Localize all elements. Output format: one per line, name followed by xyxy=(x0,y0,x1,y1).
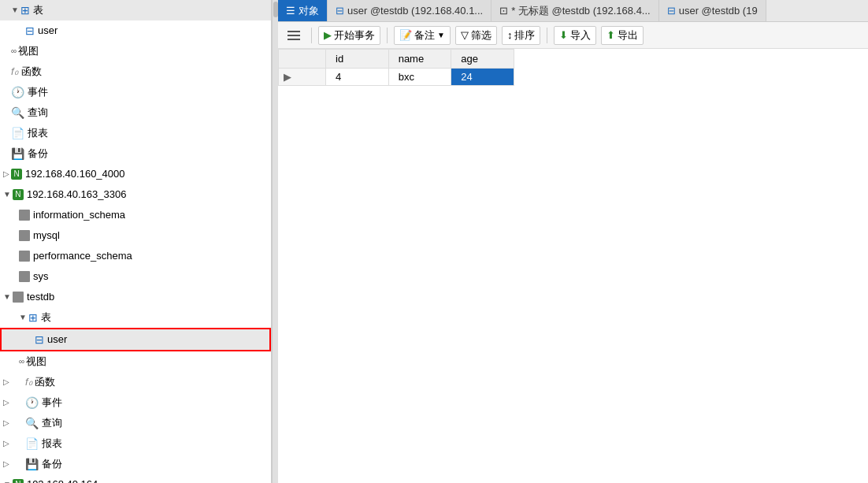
sidebar-item-label: user xyxy=(47,332,67,347)
sidebar-item-user-testdb[interactable]: ⊟ user xyxy=(0,328,271,351)
sidebar-item-func-testdb[interactable]: ▷ f₀ 函数 xyxy=(0,372,271,392)
sidebar-item-label: 备份 xyxy=(42,456,62,472)
db-icon xyxy=(19,230,30,241)
sidebar-item-backup-1[interactable]: 💾 备份 xyxy=(0,143,271,164)
sidebar-item-server-160[interactable]: ▷ N 192.168.40.160_4000 xyxy=(0,164,271,184)
chevron-down-icon: ▼ xyxy=(11,2,19,18)
sidebar-item-query-1[interactable]: 🔍 查询 xyxy=(0,102,271,123)
sidebar-item-label: mysql xyxy=(33,228,60,243)
sidebar-item-label: testdb xyxy=(27,289,54,305)
col-header-id[interactable]: id xyxy=(326,50,389,69)
sidebar-item-label: 192.168.40.164 xyxy=(27,477,98,483)
sidebar-item-label: user xyxy=(38,23,57,39)
col-header-name[interactable]: name xyxy=(388,50,451,69)
sidebar-item-db-perf[interactable]: performance_schema xyxy=(0,246,271,266)
filter-button[interactable]: ▽ 筛选 xyxy=(455,26,497,45)
begin-transaction-button[interactable]: ▶ 开始事务 xyxy=(318,26,380,45)
tab-objects[interactable]: ☰ 对象 xyxy=(278,0,328,21)
import-label: 导入 xyxy=(570,28,591,43)
list-icon: ☰ xyxy=(286,5,295,17)
func-icon: f₀ xyxy=(25,374,32,390)
sidebar-item-db-info[interactable]: information_schema xyxy=(0,205,271,225)
sidebar-item-label: 192.168.40.163_3306 xyxy=(27,187,127,202)
sidebar-item-label: 事件 xyxy=(42,395,62,411)
begin-transaction-label: 开始事务 xyxy=(334,28,375,43)
chevron-down-icon: ▼ xyxy=(19,310,27,325)
tab-label: 对象 xyxy=(299,4,319,18)
chevron-right-icon: ▷ xyxy=(3,456,9,472)
sidebar-item-label: 192.168.40.160_4000 xyxy=(25,166,125,182)
sidebar-item-label: 视图 xyxy=(18,43,39,59)
hamburger-line xyxy=(287,39,300,40)
import-button[interactable]: ⬇ 导入 xyxy=(554,26,596,45)
col-header-age[interactable]: age xyxy=(451,50,514,69)
sidebar-item-label: 报表 xyxy=(42,436,62,451)
hamburger-line xyxy=(287,31,300,32)
cell-name[interactable]: bxc xyxy=(388,69,451,86)
sort-button[interactable]: ↕ 排序 xyxy=(502,26,541,45)
comment-icon: 📝 xyxy=(399,29,412,41)
filter-label: 筛选 xyxy=(471,28,491,43)
hamburger-button[interactable] xyxy=(283,28,305,43)
table-icon: ⊟ xyxy=(667,5,676,17)
sidebar-item-query-testdb[interactable]: ▷ 🔍 查询 xyxy=(0,413,271,433)
table-icon: ⊞ xyxy=(20,2,30,18)
sidebar-scrollbar[interactable] xyxy=(272,0,278,483)
sidebar-item-table-header-1[interactable]: ▼ ⊞ 表 xyxy=(0,0,271,20)
sidebar-item-db-sys[interactable]: sys xyxy=(0,266,271,287)
cell-id[interactable]: 4 xyxy=(326,69,389,86)
sidebar-item-label: 查询 xyxy=(42,415,62,431)
comment-button[interactable]: 📝 备注 ▼ xyxy=(394,26,451,45)
backup-icon: 💾 xyxy=(25,456,39,472)
sidebar-item-label: 函数 xyxy=(35,374,55,390)
tab-user-testdb2[interactable]: ⊟ user @testdb (19 xyxy=(659,0,766,21)
db-icon xyxy=(19,210,30,221)
report-icon: 📄 xyxy=(25,436,39,451)
server-icon: N xyxy=(13,479,24,483)
backup-icon: 💾 xyxy=(11,146,24,162)
export-label: 导出 xyxy=(618,28,638,43)
sidebar-item-backup-testdb[interactable]: ▷ 💾 备份 xyxy=(0,454,271,474)
cell-age[interactable]: 24 xyxy=(451,69,514,86)
sidebar-item-label: 视图 xyxy=(26,354,46,370)
sidebar-item-func-1[interactable]: f₀ 函数 xyxy=(0,61,271,82)
sidebar-item-db-testdb[interactable]: ▼ testdb xyxy=(0,287,271,307)
sidebar-item-label: performance_schema xyxy=(33,248,132,264)
scrollbar-thumb[interactable] xyxy=(273,2,278,17)
chevron-right-icon: ▷ xyxy=(3,436,9,451)
sidebar-item-event-testdb[interactable]: ▷ 🕐 事件 xyxy=(0,392,271,413)
tab-user-testdb[interactable]: ⊟ user @testdb (192.168.40.1... xyxy=(328,0,491,21)
event-icon: 🕐 xyxy=(25,395,39,411)
sidebar-item-server-163[interactable]: ▼ N 192.168.40.163_3306 xyxy=(0,184,271,205)
import-icon: ⬇ xyxy=(559,29,568,41)
data-table: id name age ▶ 4 bxc 24 xyxy=(278,49,514,86)
row-indicator-header xyxy=(279,50,326,69)
tab-label: * 无标题 @testdb (192.168.4... xyxy=(511,4,651,18)
chevron-right-icon: ▷ xyxy=(3,374,9,390)
sidebar-item-db-mysql[interactable]: mysql xyxy=(0,225,271,246)
export-button[interactable]: ⬆ 导出 xyxy=(601,26,644,45)
sidebar-item-report-1[interactable]: 📄 报表 xyxy=(0,123,271,143)
filter-icon: ▽ xyxy=(461,29,469,41)
sidebar-item-user-1[interactable]: ⊟ user xyxy=(0,20,271,41)
table-row[interactable]: ▶ 4 bxc 24 xyxy=(279,69,514,86)
sidebar-item-view-testdb[interactable]: ∞ 视图 xyxy=(0,351,271,372)
report-icon: 📄 xyxy=(11,125,24,141)
chevron-right-icon: ∞ xyxy=(19,354,24,370)
server-icon: N xyxy=(13,189,24,200)
sidebar-item-label: 表 xyxy=(41,310,51,325)
db-icon xyxy=(13,292,24,303)
sidebar-item-label: 函数 xyxy=(21,64,42,80)
sidebar-item-table-header-testdb[interactable]: ▼ ⊞ 表 xyxy=(0,307,271,328)
sidebar-item-report-testdb[interactable]: ▷ 📄 报表 xyxy=(0,433,271,454)
chevron-right-icon: ▷ xyxy=(3,415,9,431)
comment-label: 备注 xyxy=(414,28,435,43)
tab-untitled[interactable]: ⊡ * 无标题 @testdb (192.168.4... xyxy=(491,0,659,21)
toolbar: ▶ 开始事务 📝 备注 ▼ ▽ 筛选 ↕ 排序 ⬇ 导入 ⬆ 导出 xyxy=(278,22,868,49)
sidebar-item-server-164[interactable]: ▼ N 192.168.40.164 xyxy=(0,474,271,483)
sidebar-item-label: 事件 xyxy=(28,84,48,100)
sidebar-item-view-1[interactable]: ∞ 视图 xyxy=(0,41,271,61)
sidebar-item-label: sys xyxy=(33,269,49,284)
chevron-icon: ∞ xyxy=(11,43,17,59)
sidebar-item-event-1[interactable]: 🕐 事件 xyxy=(0,82,271,102)
